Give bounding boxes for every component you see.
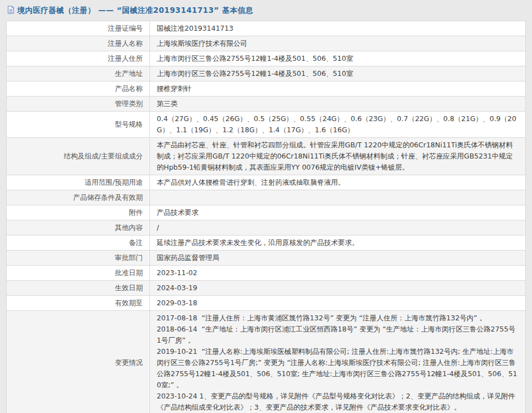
row-label-text: 备注	[129, 238, 143, 247]
row-label-text: 注册人住所	[108, 54, 143, 63]
row-value: 0.4（27G）、0.45（26G）、0.5（25G）、0.55（24G）、0.…	[150, 112, 526, 138]
table-row: 型号规格0.4（27G）、0.45（26G）、0.5（25G）、0.55（24G…	[7, 112, 526, 138]
row-label-text: 管理类别	[115, 99, 143, 108]
row-label: 注册证编号	[7, 21, 150, 36]
table-row: 其他内容/	[7, 220, 526, 236]
table-row: 注册人名称上海埃斯埃医疗技术有限公司	[7, 36, 526, 51]
row-label: 管理类别	[7, 97, 150, 112]
row-label: 审批部门	[7, 251, 150, 266]
row-label-text: 型号规格	[115, 120, 143, 128]
table-row: 产品储存条件及有效期	[7, 190, 526, 205]
row-label: 结构及组成/主要组成成分	[7, 138, 150, 175]
table-row: 变更情况2017-08-18 “注册人住所：上海市黄浦区篾竹路132号” 变更为…	[7, 311, 526, 413]
row-value: 上海市闵行区三鲁公路2755号12幢1-4楼及501、506、510室	[150, 51, 526, 66]
row-label: 适用范围/预期用途	[7, 175, 150, 190]
row-label-text: 注册人名称	[108, 39, 143, 47]
row-value: 2017-08-18 “注册人住所：上海市黄浦区篾竹路132号” 变更为 “注册…	[150, 311, 526, 413]
table-row: 有效期至2029-03-18	[7, 296, 526, 311]
row-label-text: 其他内容	[115, 223, 143, 232]
document-icon	[7, 6, 14, 16]
row-value: 上海埃斯埃医疗技术有限公司	[150, 36, 526, 51]
row-label: 变更情况	[7, 311, 150, 413]
row-value: 本产品由衬芯座、针座、针管和衬芯四部分组成。针管应采用GB/T 1220中规定的…	[150, 138, 526, 175]
row-label: 型号规格	[7, 112, 150, 138]
row-value: 国械注准20193141713	[150, 21, 526, 36]
row-value: 第三类	[150, 97, 526, 112]
registration-info-table: 注册证编号国械注准20193141713注册人名称上海埃斯埃医疗技术有限公司注册…	[6, 21, 526, 413]
row-label-text: 附件	[129, 208, 143, 217]
row-label: 注册人名称	[7, 36, 150, 51]
table-row: 产品名称腰椎穿刺针	[7, 81, 526, 97]
page-title: 境内医疗器械（注册） —— “国械注准20193141713” 基本信息	[17, 6, 253, 16]
row-value: 国家药品监督管理局	[150, 251, 526, 266]
table-row: 注册人住所上海市闵行区三鲁公路2755号12幢1-4楼及501、506、510室	[7, 51, 526, 66]
row-label-text: 适用范围/预期用途	[85, 178, 143, 186]
row-label: 备注	[7, 236, 150, 251]
row-label: 生效日期	[7, 281, 150, 296]
row-label: 产品名称	[7, 81, 150, 97]
table-row: 适用范围/预期用途本产品供对人体腰椎骨进行穿刺、注射药液或抽取脑脊液用。	[7, 175, 526, 190]
page-header: 境内医疗器械（注册） —— “国械注准20193141713” 基本信息	[0, 0, 532, 21]
row-label-text: 批准日期	[115, 268, 143, 277]
row-label-text: 产品名称	[115, 84, 143, 93]
row-label: 注册人住所	[7, 51, 150, 66]
row-label-text: 生效日期	[115, 284, 143, 292]
info-table-body: 注册证编号国械注准20193141713注册人名称上海埃斯埃医疗技术有限公司注册…	[7, 21, 526, 413]
row-label: 产品储存条件及有效期	[7, 190, 150, 205]
table-row: 批准日期2023-11-02	[7, 266, 526, 281]
row-label: 批准日期	[7, 266, 150, 281]
row-value: 延续注册产品技术要求未发生变化，沿用原核发的产品技术要求。	[150, 236, 526, 251]
table-row: 管理类别第三类	[7, 97, 526, 112]
row-label: 生产地址	[7, 66, 150, 81]
row-label-text: 注册证编号	[108, 24, 143, 32]
table-row: 附件产品技术要求	[7, 205, 526, 220]
row-value: /	[150, 220, 526, 236]
row-label-text: 产品储存条件及有效期	[73, 193, 143, 201]
table-row: 审批部门国家药品监督管理局	[7, 251, 526, 266]
row-value	[150, 190, 526, 205]
row-label: 附件	[7, 205, 150, 220]
row-value: 上海市闵行区三鲁公路2755号12幢1-4楼及501、506、510室	[150, 66, 526, 81]
row-label: 其他内容	[7, 220, 150, 236]
row-label-text: 生产地址	[115, 69, 143, 78]
table-row: 生效日期2024-03-19	[7, 281, 526, 296]
row-value: 产品技术要求	[150, 205, 526, 220]
row-value: 2023-11-02	[150, 266, 526, 281]
row-label-text: 结构及组成/主要组成成分	[64, 152, 143, 160]
row-value: 2029-03-18	[150, 296, 526, 311]
table-row: 结构及组成/主要组成成分本产品由衬芯座、针座、针管和衬芯四部分组成。针管应采用G…	[7, 138, 526, 175]
row-value: 本产品供对人体腰椎骨进行穿刺、注射药液或抽取脑脊液用。	[150, 175, 526, 190]
table-row: 生产地址上海市闵行区三鲁公路2755号12幢1-4楼及501、506、510室	[7, 66, 526, 81]
row-label: 有效期至	[7, 296, 150, 311]
row-value: 2024-03-19	[150, 281, 526, 296]
row-value: 腰椎穿刺针	[150, 81, 526, 97]
table-row: 备注延续注册产品技术要求未发生变化，沿用原核发的产品技术要求。	[7, 236, 526, 251]
row-label-text: 有效期至	[115, 299, 143, 307]
row-label-text: 审批部门	[115, 253, 143, 262]
row-label-text: 变更情况	[115, 358, 143, 367]
table-row: 注册证编号国械注准20193141713	[7, 21, 526, 36]
